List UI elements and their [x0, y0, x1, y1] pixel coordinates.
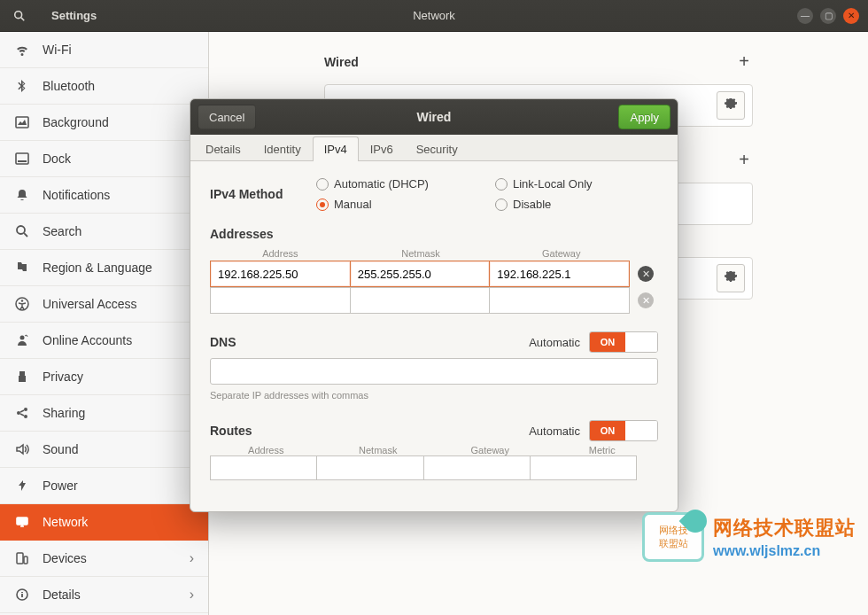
wifi-icon [14, 42, 30, 58]
sidebar-item-label: Bluetooth [43, 79, 95, 93]
sidebar-item-online[interactable]: Online Accounts [0, 323, 208, 359]
radio-icon [495, 178, 508, 191]
sidebar-item-search[interactable]: Search [0, 214, 208, 250]
tab-ipv6[interactable]: IPv6 [359, 136, 405, 161]
sidebar-item-sound[interactable]: Sound [0, 432, 208, 468]
radio-icon [316, 178, 329, 191]
cancel-button[interactable]: Cancel [198, 105, 256, 129]
remove-address-button[interactable]: ✕ [633, 288, 658, 313]
svg-point-5 [17, 226, 25, 234]
sidebar-item-label: Privacy [43, 370, 83, 384]
minimize-button[interactable]: — [797, 8, 813, 24]
settings-button-2[interactable] [717, 264, 745, 292]
region-icon [14, 260, 30, 276]
wired-settings-button[interactable] [717, 91, 745, 120]
chevron-right-icon: › [190, 587, 194, 603]
sidebar-item-devices[interactable]: Devices› [0, 541, 208, 577]
svg-point-11 [24, 408, 27, 411]
add-connection-button-2[interactable]: + [735, 148, 753, 172]
dns-label: DNS [210, 335, 236, 349]
connection-dialog: Cancel Wired Apply DetailsIdentityIPv4IP… [190, 98, 678, 512]
sidebar-item-privacy[interactable]: Privacy [0, 359, 208, 395]
routes-automatic-switch[interactable]: ON [589, 420, 658, 441]
route-metric-input[interactable] [531, 455, 637, 480]
dialog-titlebar: Cancel Wired Apply [190, 99, 678, 135]
power-icon [14, 478, 30, 494]
close-icon: ✕ [638, 266, 654, 282]
network-icon [14, 514, 30, 530]
netmask-input[interactable] [351, 261, 491, 287]
sidebar-item-wifi[interactable]: Wi-Fi [0, 32, 208, 68]
address-input[interactable] [210, 287, 351, 314]
section-header-wired: Wired + [324, 50, 753, 74]
address-row: ✕ [210, 287, 658, 314]
dialog-tabs: DetailsIdentityIPv4IPv6Security [190, 135, 678, 161]
tab-identity[interactable]: Identity [252, 136, 313, 161]
netmask-input[interactable] [351, 287, 491, 314]
ipv4-method-link-local-only[interactable]: Link-Local Only [495, 177, 658, 191]
window-controls: — ▢ ✕ [797, 8, 868, 24]
svg-point-0 [15, 11, 22, 18]
bluetooth-icon [14, 78, 30, 94]
dns-automatic-label: Automatic [529, 336, 580, 349]
sidebar-item-label: Details [43, 588, 81, 602]
svg-rect-14 [17, 553, 23, 564]
svg-rect-2 [16, 117, 28, 128]
ipv4-method-options: Automatic (DHCP)Link-Local OnlyManualDis… [316, 177, 658, 211]
titlebar-search-button[interactable] [0, 0, 39, 32]
ipv4-method-label: IPv4 Method [210, 187, 316, 201]
addresses-header: Address Netmask Gateway [210, 246, 658, 261]
route-gateway-input[interactable] [424, 455, 531, 480]
apply-button[interactable]: Apply [618, 105, 670, 129]
svg-line-1 [21, 17, 24, 19]
svg-rect-15 [24, 557, 27, 564]
sidebar-item-label: Network [43, 515, 88, 529]
sidebar-item-dock[interactable]: Dock [0, 141, 208, 177]
sidebar-item-power[interactable]: Power [0, 468, 208, 504]
sidebar-item-bluetooth[interactable]: Bluetooth [0, 68, 208, 105]
gateway-input[interactable] [490, 261, 630, 287]
sidebar-item-sharing[interactable]: Sharing [0, 395, 208, 432]
routes-row: Routes Automatic ON [210, 420, 658, 441]
sidebar-item-notifications[interactable]: Notifications [0, 177, 208, 214]
background-icon [14, 114, 30, 130]
routes-label: Routes [210, 424, 252, 438]
svg-line-6 [24, 233, 27, 237]
tab-security[interactable]: Security [405, 136, 469, 161]
sidebar-item-universal[interactable]: Universal Access [0, 286, 208, 323]
settings-title: Settings [39, 9, 109, 22]
svg-point-9 [20, 336, 25, 340]
svg-rect-3 [16, 153, 28, 164]
close-button[interactable]: ✕ [843, 8, 859, 24]
sidebar-item-background[interactable]: Background [0, 105, 208, 141]
ipv4-method-automatic-dhcp-[interactable]: Automatic (DHCP) [316, 177, 479, 191]
sidebar-item-region[interactable]: Region & Language [0, 250, 208, 286]
sidebar-item-label: Online Accounts [43, 333, 132, 347]
dns-input[interactable] [210, 358, 658, 385]
sidebar: Wi-FiBluetoothBackgroundDockNotification… [0, 32, 209, 615]
maximize-button[interactable]: ▢ [820, 8, 836, 24]
sidebar-item-details[interactable]: Details› [0, 577, 208, 613]
ipv4-method-row: IPv4 Method Automatic (DHCP)Link-Local O… [210, 177, 658, 211]
sidebar-item-network[interactable]: Network [0, 504, 208, 541]
sharing-icon [14, 405, 30, 421]
route-address-input[interactable] [210, 455, 317, 480]
remove-address-button[interactable]: ✕ [633, 261, 658, 286]
ipv4-method-manual[interactable]: Manual [316, 198, 479, 211]
sidebar-item-label: Dock [43, 152, 71, 166]
tab-details[interactable]: Details [194, 136, 252, 161]
svg-rect-13 [17, 518, 27, 525]
svg-point-12 [24, 415, 27, 418]
add-connection-button[interactable]: + [735, 50, 753, 74]
address-input[interactable] [210, 261, 351, 287]
route-netmask-input[interactable] [317, 455, 423, 480]
dock-icon [14, 151, 30, 167]
ipv4-method-disable[interactable]: Disable [495, 198, 658, 211]
tab-ipv4[interactable]: IPv4 [313, 136, 359, 161]
notifications-icon [14, 187, 30, 203]
sidebar-item-label: Wi-Fi [43, 43, 72, 57]
dialog-body: IPv4 Method Automatic (DHCP)Link-Local O… [190, 161, 678, 511]
dns-automatic-switch[interactable]: ON [589, 331, 658, 353]
gateway-input[interactable] [490, 287, 630, 314]
addresses-label: Addresses [210, 227, 658, 241]
